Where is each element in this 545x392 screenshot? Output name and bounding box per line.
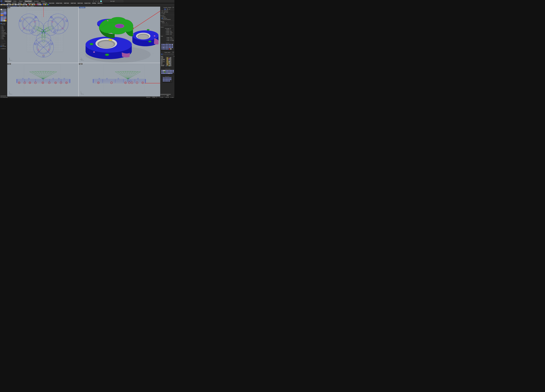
- layer-current-radio[interactable]: [166, 63, 167, 64]
- layer-lock-icon[interactable]: [168, 57, 168, 58]
- blend-curve-icon[interactable]: [5, 16, 6, 17]
- projection-perspective[interactable]: Perspective: [162, 18, 174, 19]
- viewport-right[interactable]: z y Right: [79, 63, 160, 96]
- layer-row[interactable]: black plastic Co: [160, 59, 174, 60]
- layer-current-radio[interactable]: [166, 60, 167, 61]
- named-views-icon[interactable]: [27, 4, 29, 5]
- explode-puzzle-icon[interactable]: [169, 80, 170, 82]
- round-hole-icon[interactable]: [170, 47, 172, 48]
- layer-row[interactable]: glass Co: [160, 60, 174, 61]
- surface-fan-icon[interactable]: [164, 70, 165, 71]
- cut-scissors-icon[interactable]: [8, 4, 10, 5]
- annotate-flag-icon[interactable]: [43, 4, 44, 5]
- layer-visibility-bulb-icon[interactable]: [167, 61, 167, 62]
- layer-material-icon[interactable]: [170, 57, 170, 58]
- y-target-field[interactable]: -126.41: [170, 38, 174, 40]
- sphere-points-icon[interactable]: [167, 78, 168, 79]
- osnap-intersection[interactable]: Intersection: [0, 32, 7, 33]
- y-location-field[interactable]: -685.27: [170, 32, 174, 33]
- layer-row[interactable]: bowl Co: [160, 62, 174, 63]
- rectangle-icon[interactable]: [5, 10, 6, 12]
- viewlink-top[interactable]: Top: [19, 6, 20, 7]
- cone-icon[interactable]: [163, 79, 164, 80]
- toggle-planar[interactable]: Planar: [18, 0, 24, 2]
- layer-current-radio[interactable]: [166, 66, 167, 66]
- boolean-union-icon[interactable]: [161, 44, 163, 45]
- surface-points-icon[interactable]: [4, 12, 5, 13]
- palette-close-icon[interactable]: [161, 43, 162, 43]
- osnap-quadrant[interactable]: Quadrant: [0, 36, 7, 37]
- layer-lock-icon[interactable]: [168, 66, 168, 66]
- layer-material-icon[interactable]: [170, 60, 170, 61]
- z-location-field[interactable]: 552.9: [170, 34, 174, 35]
- tab-visibility[interactable]: Visibility: [36, 2, 42, 4]
- torus-icon[interactable]: [4, 13, 5, 14]
- toggle-gumball[interactable]: Gumball: [33, 0, 40, 2]
- layer-material-icon[interactable]: [170, 61, 170, 62]
- tab-render-tools[interactable]: Render Tools: [84, 2, 91, 4]
- layer-color-swatch[interactable]: [169, 64, 169, 65]
- render-icon[interactable]: [35, 4, 37, 5]
- surface-curves-icon[interactable]: [166, 70, 167, 71]
- copy-icon[interactable]: [10, 4, 11, 5]
- layer-color-swatch[interactable]: [169, 59, 169, 60]
- truncated-pyramid-icon[interactable]: [167, 79, 168, 80]
- osnap-perpendicular[interactable]: Perpendicular: [0, 33, 7, 35]
- add-remove-layer-buttons[interactable]: +|−: [161, 95, 165, 96]
- layer-row[interactable]: rubber Co: [160, 58, 174, 59]
- place-hole-icon[interactable]: [163, 48, 164, 49]
- projection-two-point[interactable]: Two point perspective: [162, 19, 174, 20]
- undo-view-icon[interactable]: [24, 4, 25, 5]
- osnap-project[interactable]: Project: [0, 45, 7, 46]
- layer-material-icon[interactable]: [170, 60, 170, 60]
- set-cplane-icon[interactable]: [29, 4, 30, 5]
- panel-tab-display[interactable]: [170, 54, 172, 55]
- viewlink-front[interactable]: Front: [22, 6, 25, 7]
- layer-material-icon[interactable]: [170, 63, 170, 64]
- boolean-split-icon[interactable]: [166, 44, 167, 45]
- arc-icon[interactable]: [4, 10, 5, 12]
- box-icon[interactable]: [163, 78, 164, 79]
- solid-points-icon[interactable]: [161, 45, 163, 47]
- cplane-gumball-icon[interactable]: [31, 4, 32, 5]
- undo-icon[interactable]: [13, 4, 14, 5]
- drape-icon[interactable]: [167, 73, 168, 74]
- osnap-persistent[interactable]: Persistent: [0, 23, 7, 24]
- create-solid-icon[interactable]: [172, 44, 173, 45]
- layer-row[interactable]: black metal Co: [160, 60, 174, 60]
- rotate-hole-icon[interactable]: [164, 48, 166, 49]
- fillet-curve-icon[interactable]: [4, 16, 5, 17]
- layers-gear-button[interactable]: *: [172, 52, 174, 53]
- plane-through-points-icon[interactable]: [168, 73, 170, 74]
- open-folder-icon[interactable]: [2, 4, 3, 5]
- layer-color-swatch[interactable]: [169, 60, 169, 61]
- zoom-dynamic-icon[interactable]: [18, 4, 19, 5]
- lock-icon[interactable]: [34, 4, 35, 5]
- trash-icon[interactable]: [170, 48, 172, 49]
- viewport-perspective-label[interactable]: Perspective: [79, 7, 85, 8]
- split-icon[interactable]: [5, 14, 6, 16]
- print-icon[interactable]: [5, 4, 6, 5]
- panel-tab-layers[interactable]: [161, 54, 162, 55]
- solid-explode-icon[interactable]: [163, 45, 164, 47]
- single-viewport-icon[interactable]: [9, 6, 10, 6]
- lamp-icon[interactable]: [32, 4, 33, 5]
- rotation-field[interactable]: 0: [170, 29, 174, 30]
- osnap-end[interactable]: End: [0, 26, 7, 27]
- sphere-icon[interactable]: [166, 78, 167, 79]
- heightfield-icon[interactable]: [170, 73, 171, 74]
- cutplane-icon[interactable]: [163, 71, 164, 72]
- selection-filter-icon[interactable]: [95, 1, 97, 2]
- extrude-to-point-icon[interactable]: [168, 71, 170, 72]
- osnap-near[interactable]: Near: [0, 27, 7, 28]
- revolve-icon[interactable]: [161, 73, 162, 74]
- zoom-window-icon[interactable]: [19, 4, 21, 5]
- tab-standard[interactable]: Standard: [0, 2, 6, 4]
- tab-transform[interactable]: Transform: [42, 2, 48, 4]
- osnap-smarttrack[interactable]: SmartTrack: [0, 46, 7, 47]
- tab-set-view[interactable]: Set View: [12, 2, 17, 4]
- surface-corner-points-icon[interactable]: [161, 70, 162, 71]
- pyramid-icon[interactable]: [166, 79, 167, 80]
- offset-face-icon[interactable]: [161, 47, 163, 48]
- color-wheel-icon[interactable]: [37, 4, 38, 5]
